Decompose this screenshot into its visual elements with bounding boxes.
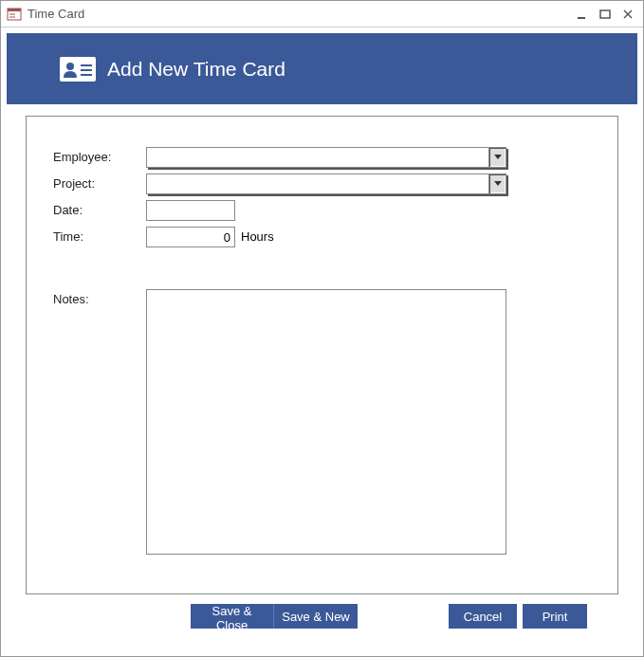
content: Add New Time Card Employee: Project: — [1, 33, 643, 629]
project-combo[interactable] — [146, 173, 506, 194]
page-title: Add New Time Card — [107, 58, 285, 81]
svg-rect-12 — [81, 74, 92, 76]
svg-rect-11 — [81, 69, 92, 71]
titlebar: Time Card — [1, 1, 643, 27]
save-close-button[interactable]: Save & Close — [191, 604, 274, 629]
time-label: Time: — [53, 227, 146, 244]
print-button[interactable]: Print — [523, 604, 587, 629]
save-new-button[interactable]: Save & New — [274, 604, 358, 629]
cancel-button[interactable]: Cancel — [449, 604, 517, 629]
employee-label: Employee: — [53, 147, 146, 164]
button-bar: Save & Close Save & New Cancel Print — [26, 604, 618, 629]
notes-field[interactable] — [146, 289, 506, 555]
chevron-down-icon[interactable] — [488, 174, 506, 193]
form-panel: Employee: Project: — [26, 116, 618, 594]
chevron-down-icon[interactable] — [488, 148, 506, 167]
time-unit-label: Hours — [241, 227, 274, 244]
close-icon[interactable] — [618, 7, 637, 22]
window-title: Time Card — [28, 7, 84, 21]
svg-point-9 — [66, 63, 74, 70]
form-icon — [7, 7, 22, 22]
svg-rect-4 — [578, 17, 585, 19]
banner: Add New Time Card — [7, 33, 637, 104]
date-label: Date: — [53, 200, 146, 217]
maximize-icon[interactable] — [596, 7, 615, 22]
employee-combo[interactable] — [146, 147, 506, 168]
time-field[interactable] — [146, 227, 235, 247]
svg-rect-5 — [600, 10, 610, 18]
id-card-icon — [60, 57, 96, 82]
project-label: Project: — [53, 173, 146, 191]
window: Time Card Add New Time Card — [0, 0, 644, 657]
project-field[interactable] — [147, 174, 488, 193]
svg-rect-10 — [81, 64, 92, 66]
employee-field[interactable] — [147, 148, 488, 167]
minimize-icon[interactable] — [573, 7, 592, 22]
notes-label: Notes: — [53, 289, 146, 306]
window-controls — [573, 7, 637, 22]
date-field[interactable] — [146, 200, 235, 221]
svg-rect-1 — [8, 9, 21, 11]
